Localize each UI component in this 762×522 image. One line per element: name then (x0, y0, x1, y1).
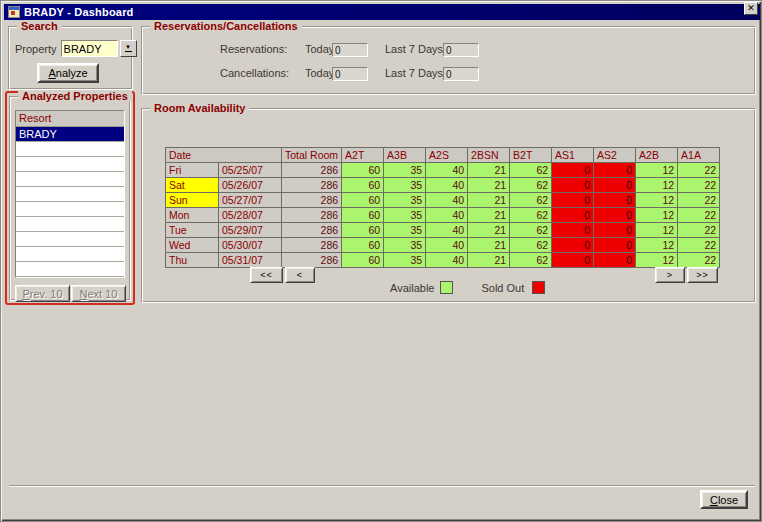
availability-cell: 35 (384, 238, 426, 253)
availability-cell: 35 (384, 178, 426, 193)
availability-cell: 0 (594, 193, 636, 208)
footer-separator (9, 485, 755, 487)
prev-10-button[interactable]: Prev. 10 (15, 285, 70, 302)
availability-cell: 12 (636, 223, 678, 238)
availability-cell: 40 (426, 253, 468, 268)
search-group: Search Property ▼ Analyze (8, 26, 133, 90)
availability-cell: 62 (510, 253, 552, 268)
availability-cell: 12 (636, 193, 678, 208)
date-cell: 05/31/07 (219, 253, 282, 268)
dashboard-window: BRADY - Dashboard ✕ Search Property ▼ An… (0, 0, 762, 522)
page-first-button[interactable]: << (250, 267, 283, 283)
availability-cell: 62 (510, 238, 552, 253)
column-header: A1A (678, 148, 720, 163)
availability-row: Sat05/26/072866035402162001222 (166, 178, 720, 193)
total-room-cell: 286 (282, 208, 342, 223)
resort-list-item[interactable]: BRADY (16, 127, 124, 142)
next-10-button[interactable]: Next 10 (71, 285, 126, 302)
reservations-group: Reservations/Cancellations Reservations:… (141, 26, 756, 95)
availability-cell: 35 (384, 163, 426, 178)
availability-legend: Available Sold Out (390, 281, 545, 294)
date-cell: 05/25/07 (219, 163, 282, 178)
column-header: Total Room (282, 148, 342, 163)
availability-cell: 22 (678, 163, 720, 178)
availability-row: Thu05/31/072866035402162001222 (166, 253, 720, 268)
date-cell: 05/26/07 (219, 178, 282, 193)
column-header: 2BSN (468, 148, 510, 163)
column-header: AS2 (594, 148, 636, 163)
legend-available-label: Available (390, 282, 434, 294)
date-cell: 05/28/07 (219, 208, 282, 223)
availability-cell: 12 (636, 253, 678, 268)
day-cell: Wed (166, 238, 219, 253)
page-last-button[interactable]: >> (687, 267, 718, 283)
availability-cell: 40 (426, 208, 468, 223)
availability-cell: 21 (468, 208, 510, 223)
availability-cell: 12 (636, 208, 678, 223)
analyzed-properties-group: Analyzed Properties Resort BRADY Prev. 1… (9, 96, 131, 301)
room-availability-title: Room Availability (150, 102, 249, 114)
availability-cell: 35 (384, 223, 426, 238)
property-combo[interactable] (61, 40, 118, 57)
availability-cell: 0 (594, 163, 636, 178)
total-room-cell: 286 (282, 253, 342, 268)
reservations-today-field (332, 43, 368, 57)
availability-cell: 21 (468, 253, 510, 268)
cancellations-today-field (332, 67, 368, 81)
page-prev-button[interactable]: < (285, 267, 315, 283)
total-room-cell: 286 (282, 163, 342, 178)
availability-cell: 0 (552, 163, 594, 178)
availability-cell: 12 (636, 163, 678, 178)
property-dropdown-icon[interactable]: ▼ (120, 40, 137, 57)
availability-cell: 0 (594, 223, 636, 238)
today-label: Today (305, 67, 334, 79)
window-title: BRADY - Dashboard (24, 6, 134, 18)
availability-cell: 0 (594, 253, 636, 268)
availability-cell: 22 (678, 253, 720, 268)
last7days-label: Last 7 Days (385, 67, 443, 79)
day-cell: Thu (166, 253, 219, 268)
legend-soldout-swatch (532, 281, 545, 294)
availability-cell: 62 (510, 163, 552, 178)
availability-cell: 0 (552, 253, 594, 268)
availability-cell: 60 (342, 238, 384, 253)
availability-cell: 60 (342, 253, 384, 268)
total-room-cell: 286 (282, 223, 342, 238)
app-icon (8, 6, 20, 18)
availability-cell: 62 (510, 223, 552, 238)
availability-cell: 0 (552, 193, 594, 208)
close-button[interactable]: Close (700, 490, 748, 509)
availability-cell: 62 (510, 208, 552, 223)
today-label: Today (305, 43, 334, 55)
window-close-icon[interactable]: ✕ (744, 2, 758, 15)
column-header: B2T (510, 148, 552, 163)
column-header: AS1 (552, 148, 594, 163)
availability-cell: 60 (342, 178, 384, 193)
availability-cell: 60 (342, 193, 384, 208)
availability-cell: 12 (636, 178, 678, 193)
column-header: A2S (426, 148, 468, 163)
resort-list-empty-row (16, 157, 124, 172)
day-cell: Tue (166, 223, 219, 238)
page-next-button[interactable]: > (655, 267, 685, 283)
last7days-label: Last 7 Days (385, 43, 443, 55)
analyze-button[interactable]: Analyze (37, 63, 99, 83)
availability-cell: 40 (426, 193, 468, 208)
resort-list-empty-row (16, 232, 124, 247)
resort-list-empty-row (16, 217, 124, 232)
availability-row: Wed05/30/072866035402162001222 (166, 238, 720, 253)
availability-table: DateTotal RoomA2TA3BA2S2BSNB2TAS1AS2A2BA… (165, 147, 720, 268)
resort-list-empty-row (16, 247, 124, 262)
day-cell: Sun (166, 193, 219, 208)
availability-cell: 0 (594, 178, 636, 193)
resort-list-empty-row (16, 172, 124, 187)
availability-cell: 35 (384, 193, 426, 208)
search-group-title: Search (17, 20, 62, 32)
date-cell: 05/30/07 (219, 238, 282, 253)
total-room-cell: 286 (282, 178, 342, 193)
column-header: Date (166, 148, 282, 163)
availability-cell: 40 (426, 163, 468, 178)
availability-cell: 22 (678, 223, 720, 238)
availability-cell: 22 (678, 208, 720, 223)
availability-cell: 60 (342, 163, 384, 178)
